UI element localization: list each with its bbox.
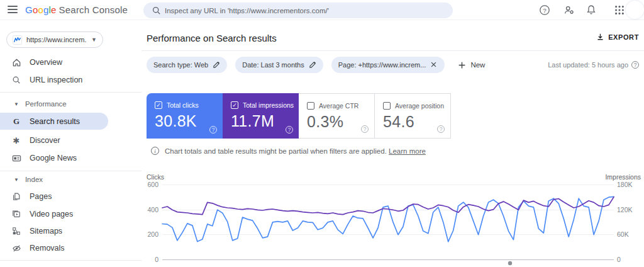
sidebar-item-discover[interactable]: ✱ Discover (0, 132, 126, 149)
sidebar-item-video-pages[interactable]: Video pages (0, 205, 126, 223)
last-updated-status: Last updated: 5 hours ago ? (548, 61, 639, 69)
manage-users-icon[interactable] (564, 4, 575, 16)
card-average-position[interactable]: Average position 54.6 ? (375, 93, 451, 139)
cursor-dot (508, 261, 512, 265)
metric-value: 0.3% (307, 113, 343, 131)
help-tooltip-icon[interactable]: ? (361, 125, 369, 133)
collapse-arrow-icon: ▼ (14, 101, 19, 107)
notifications-bell-icon[interactable] (586, 4, 597, 16)
info-icon: i (151, 147, 159, 155)
download-icon (596, 33, 604, 41)
help-tooltip-icon[interactable]: ? (631, 61, 639, 69)
checkbox-checked-icon[interactable]: ✓ (155, 101, 162, 109)
help-tooltip-icon[interactable]: ? (286, 126, 293, 134)
partial-data-notice: i Chart totals and table results might b… (151, 147, 426, 155)
sidebar-item-search-results[interactable]: G Search results (0, 113, 108, 130)
sidebar-item-label: URL inspection (30, 76, 82, 84)
filter-chip-page[interactable]: Page: +https://www.increm... (331, 57, 445, 73)
help-tooltip-icon[interactable]: ? (209, 126, 217, 134)
learn-more-link[interactable]: Learn more (389, 147, 426, 155)
y-tick: 180K (617, 181, 633, 188)
divider (0, 171, 142, 171)
sidebar-item-overview[interactable]: Overview (0, 54, 126, 71)
y-tick: 120K (617, 206, 633, 213)
google-g-icon: G (11, 116, 21, 127)
main-content: Performance on Search results EXPORT Sea… (142, 20, 644, 267)
sidebar-item-removals[interactable]: Removals (0, 239, 126, 257)
help-icon[interactable]: ? (539, 4, 550, 16)
checkbox-checked-icon[interactable]: ✓ (231, 101, 238, 109)
edit-pencil-icon[interactable] (309, 61, 316, 69)
plus-icon (458, 61, 466, 69)
divider (0, 92, 142, 93)
metric-value: 30.8K (155, 112, 197, 130)
sidebar-item-google-news[interactable]: Google News (0, 149, 126, 167)
filter-chip-row: Search type: Web Date: Last 3 months Pag… (147, 57, 485, 73)
video-pages-icon (11, 209, 21, 219)
filter-chip-date[interactable]: Date: Last 3 months (235, 57, 323, 73)
edit-pencil-icon[interactable] (213, 61, 220, 69)
y-tick: 200 (142, 230, 158, 238)
product-name: Search Console (59, 4, 128, 15)
card-total-clicks[interactable]: ✓ Total clicks 30.8K ? (147, 93, 223, 139)
search-input[interactable] (165, 7, 445, 14)
url-inspect-searchbar[interactable] (143, 3, 453, 18)
property-url: https://www.increm... (26, 36, 87, 43)
sidebar-item-label: Overview (30, 58, 62, 67)
sidebar-item-label: Google News (30, 154, 77, 162)
section-performance[interactable]: ▼ Performance (0, 99, 67, 109)
collapse-arrow-icon: ▼ (14, 177, 19, 183)
avatar[interactable] (626, 1, 644, 19)
card-total-impressions[interactable]: ✓ Total impressions 11.7M ? (223, 93, 299, 139)
y-tick: 0 (617, 256, 621, 263)
section-label: Performance (25, 100, 67, 108)
sidebar: https://www.increm... ▼ Overview URL ins… (0, 20, 142, 267)
checkbox-unchecked-icon[interactable] (307, 102, 314, 110)
y-tick: 60K (617, 230, 629, 238)
sidebar-item-label: Discover (30, 136, 60, 145)
home-icon (11, 57, 21, 67)
section-label: Index (25, 176, 43, 183)
sidebar-item-label: Pages (30, 192, 52, 201)
sidebar-item-pages[interactable]: Pages (0, 188, 126, 205)
search-console-property-icon (13, 35, 22, 45)
chevron-down-icon: ▼ (91, 37, 97, 43)
app-logo[interactable]: GoogleSearch Console (25, 4, 128, 15)
card-average-ctr[interactable]: Average CTR 0.3% ? (299, 93, 375, 139)
export-button[interactable]: EXPORT (596, 33, 639, 41)
y-tick: 0 (142, 256, 158, 263)
new-filter-button[interactable]: New (458, 61, 485, 69)
checkbox-unchecked-icon[interactable] (383, 102, 391, 110)
page-title: Performance on Search results (147, 33, 277, 43)
svg-text:?: ? (543, 7, 547, 14)
sidebar-item-sitemaps[interactable]: Sitemaps (0, 222, 126, 240)
hamburger-menu-icon[interactable] (8, 6, 18, 14)
sidebar-item-label: Search results (30, 117, 80, 126)
sidebar-item-url-inspection[interactable]: URL inspection (0, 71, 126, 89)
left-axis-title: Clicks (147, 173, 164, 181)
performance-chart-plot-area[interactable] (162, 176, 614, 259)
apps-grid-icon[interactable] (614, 4, 625, 16)
sidebar-item-label: Removals (30, 244, 65, 253)
filter-chip-search-type[interactable]: Search type: Web (147, 57, 227, 73)
metric-value: 11.7M (231, 112, 274, 130)
help-tooltip-icon[interactable]: ? (437, 125, 445, 133)
sidebar-item-label: Video pages (30, 210, 73, 219)
divider (142, 50, 644, 51)
top-app-bar: GoogleSearch Console ? (0, 0, 644, 20)
x-axis-line (162, 259, 614, 260)
y-tick: 400 (142, 206, 158, 213)
removals-eye-off-icon (11, 243, 21, 253)
sidebar-item-label: Sitemaps (30, 227, 62, 236)
google-logo-text: Google (25, 4, 57, 15)
pages-icon (11, 191, 21, 202)
y-tick: 600 (142, 181, 158, 188)
metric-value: 54.6 (383, 113, 414, 131)
discover-icon: ✱ (11, 135, 21, 145)
search-icon (152, 6, 160, 14)
close-icon[interactable] (430, 61, 438, 69)
property-selector[interactable]: https://www.increm... ▼ (6, 31, 103, 48)
section-index[interactable]: ▼ Index (0, 174, 43, 185)
magnifier-icon (11, 75, 21, 85)
news-icon (11, 153, 21, 163)
